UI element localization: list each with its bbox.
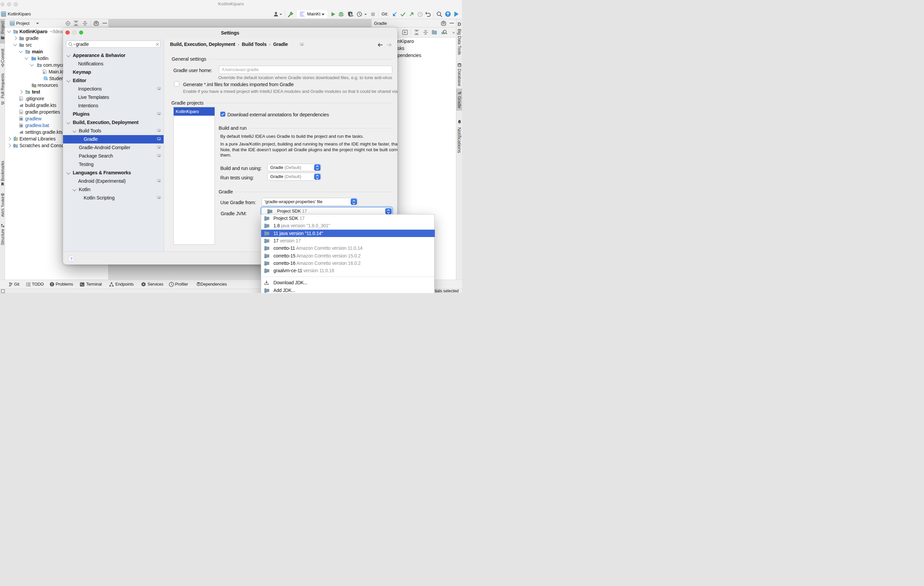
svg-text:C: C — [44, 77, 46, 80]
